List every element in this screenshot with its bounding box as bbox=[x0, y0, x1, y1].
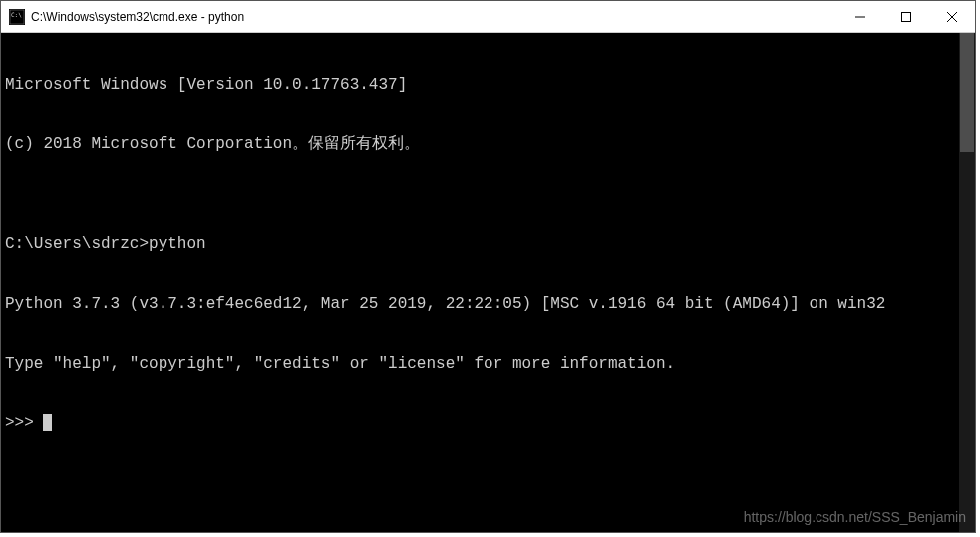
window-title: C:\Windows\system32\cmd.exe - python bbox=[31, 10, 837, 24]
minimize-button[interactable] bbox=[837, 1, 883, 32]
terminal-body: Microsoft Windows [Version 10.0.17763.43… bbox=[1, 33, 975, 532]
cmd-window: C:\ C:\Windows\system32\cmd.exe - python… bbox=[0, 0, 976, 533]
output-line: (c) 2018 Microsoft Corporation。保留所有权利。 bbox=[5, 134, 955, 154]
close-button[interactable] bbox=[929, 1, 975, 32]
output-line: C:\Users\sdrzc>python bbox=[5, 234, 955, 254]
window-controls bbox=[837, 1, 975, 32]
output-line: Type "help", "copyright", "credits" or "… bbox=[5, 354, 955, 374]
python-prompt: >>> bbox=[5, 414, 43, 432]
titlebar[interactable]: C:\ C:\Windows\system32\cmd.exe - python bbox=[1, 1, 975, 33]
output-line: Microsoft Windows [Version 10.0.17763.43… bbox=[5, 75, 955, 95]
scrollbar-thumb[interactable] bbox=[960, 33, 974, 152]
prompt-line: >>> bbox=[5, 413, 955, 433]
svg-rect-4 bbox=[902, 12, 911, 21]
vertical-scrollbar[interactable] bbox=[959, 33, 975, 532]
terminal-output[interactable]: Microsoft Windows [Version 10.0.17763.43… bbox=[1, 33, 959, 532]
cursor-icon bbox=[43, 414, 52, 431]
cmd-icon: C:\ bbox=[9, 9, 25, 25]
maximize-button[interactable] bbox=[883, 1, 929, 32]
svg-text:C:\: C:\ bbox=[11, 11, 22, 18]
output-line: Python 3.7.3 (v3.7.3:ef4ec6ed12, Mar 25 … bbox=[5, 294, 955, 314]
